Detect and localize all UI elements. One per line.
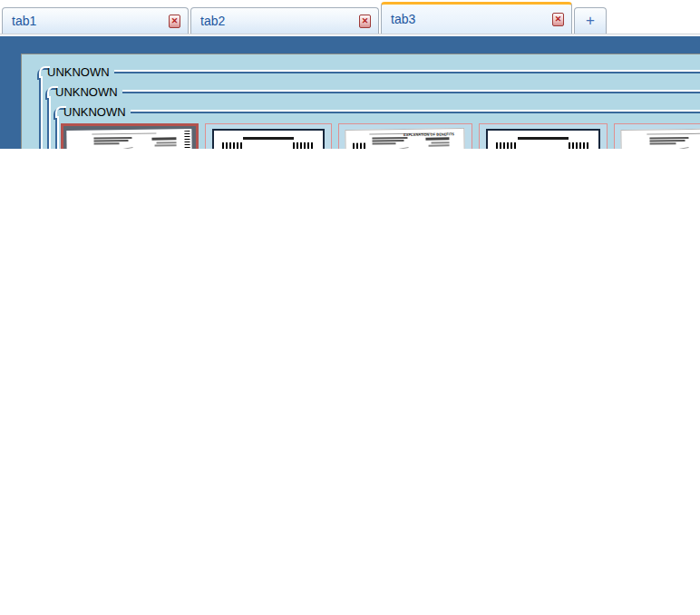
tab-label: tab3 <box>391 12 415 26</box>
thumbnail-5[interactable] <box>614 123 700 149</box>
thumbnail-3[interactable]: EXPLANATION OF BENEFITS <box>338 123 472 149</box>
group-border-line <box>114 70 700 73</box>
scanned-document-preview: EXPLANATION OF BENEFITS <box>345 128 465 149</box>
thumbnail-4[interactable] <box>479 123 608 149</box>
group-unknown-3: UNKNOWN EXPLANATION OF BENEFITS <box>55 102 700 149</box>
group-label: UNKNOWN <box>53 85 122 99</box>
group-border-line <box>131 110 700 113</box>
thumbnail-2[interactable] <box>205 123 332 149</box>
group-unknown-2: UNKNOWN UNKNOWN EXPLANATION OF BENEFITS <box>47 82 700 149</box>
group-legend: UNKNOWN <box>39 62 700 82</box>
group-border-line <box>122 90 700 93</box>
thumbnail-strip: EXPLANATION OF BENEFITS <box>61 123 700 149</box>
scanned-document-preview <box>620 128 700 149</box>
viewer-content: UNKNOWN UNKNOWN UNKNOWN <box>0 36 700 149</box>
tab-bar: tab1 ✕ tab2 ✕ tab3 ✕ + <box>0 0 700 34</box>
tab-close-icon[interactable]: ✕ <box>552 13 564 26</box>
thumbnail-1[interactable] <box>61 123 199 149</box>
group-unknown-1: UNKNOWN UNKNOWN UNKNOWN <box>39 62 700 149</box>
tab-label: tab2 <box>200 14 225 28</box>
group-label: UNKNOWN <box>45 65 114 79</box>
document-title-text: EXPLANATION OF BENEFITS <box>403 132 454 137</box>
scanned-document-preview <box>66 129 192 149</box>
barcode <box>352 143 365 149</box>
tab-tab1[interactable]: tab1 ✕ <box>2 7 189 34</box>
group-legend: UNKNOWN <box>55 102 700 122</box>
group-border-corner <box>47 82 53 102</box>
vertical-barcode <box>184 131 190 149</box>
tab-tab2[interactable]: tab2 ✕ <box>190 7 379 34</box>
group-label: UNKNOWN <box>62 105 131 119</box>
barcode-document-preview <box>212 129 325 149</box>
tab-tab3[interactable]: tab3 ✕ <box>381 2 572 34</box>
document-viewer-window: tab1 ✕ tab2 ✕ tab3 ✕ + UNKNOWN <box>0 0 700 150</box>
barcode-document-preview <box>486 129 600 149</box>
tab-close-icon[interactable]: ✕ <box>359 15 371 28</box>
tab-label: tab1 <box>12 14 36 28</box>
group-border-corner <box>39 62 45 82</box>
viewer-panel: UNKNOWN UNKNOWN UNKNOWN <box>21 54 700 149</box>
group-border-corner <box>55 102 62 122</box>
tab-close-icon[interactable]: ✕ <box>169 15 180 28</box>
new-tab-button[interactable]: + <box>574 7 607 34</box>
group-legend: UNKNOWN <box>47 82 700 102</box>
